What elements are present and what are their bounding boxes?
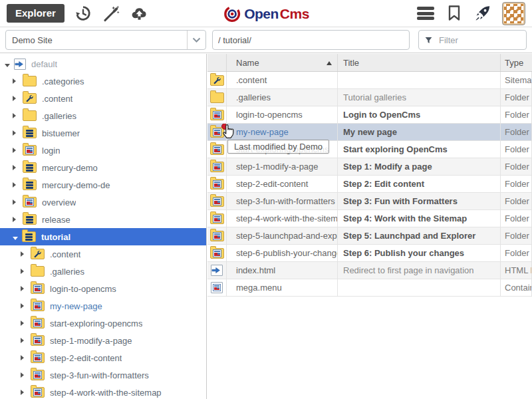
name-cell: login-to-opencms bbox=[227, 106, 338, 123]
user-avatar-button[interactable] bbox=[502, 2, 525, 25]
tree-item-release[interactable]: release bbox=[0, 211, 206, 228]
expand-arrow-icon[interactable] bbox=[13, 165, 19, 170]
opencms-eye-icon bbox=[223, 4, 243, 24]
folder-tree: default.categories.content.galleriesbist… bbox=[0, 55, 206, 399]
table-row-step-6-publish-your-changes[interactable]: step-6-publish-your-changesStep 6: Publi… bbox=[207, 245, 532, 262]
site-select[interactable]: Demo Site bbox=[5, 30, 206, 50]
tree-item-label: mercury-demo bbox=[42, 163, 98, 173]
expand-arrow-icon[interactable] bbox=[13, 182, 19, 188]
title-cell-text: Step 1: Modify a page bbox=[343, 162, 432, 172]
title-cell-text: Step 6: Publish your changes bbox=[343, 248, 464, 258]
explorer-button[interactable]: Explorer bbox=[7, 4, 65, 23]
table-row-step-5-launchpad-and-explorer[interactable]: step-5-launchpad-and-explorerStep 5: Lau… bbox=[207, 227, 532, 245]
tree-item-label: step-4-work-with-the-sitemap bbox=[50, 388, 162, 398]
tree-item-overview[interactable]: overview bbox=[0, 194, 206, 211]
tree-item-step-1-modify-a-page[interactable]: step-1-modify-a-page bbox=[0, 332, 206, 349]
collapse-arrow-icon[interactable] bbox=[13, 237, 18, 240]
name-cell: step-4-work-with-the-sitemap bbox=[227, 210, 338, 227]
tree-item-bistuemer[interactable]: bistuemer bbox=[0, 124, 206, 142]
tree-item-start-exploring-opencms[interactable]: start-exploring-opencms bbox=[0, 315, 206, 332]
type-cell: Folder bbox=[501, 210, 532, 227]
table-row-step-1-modify-a-page[interactable]: step-1-modify-a-pageStep 1: Modify a pag… bbox=[207, 158, 532, 176]
tree-item-login[interactable]: login bbox=[0, 142, 206, 159]
tree-item-step-3-fun-with-formatters[interactable]: step-3-fun-with-formatters bbox=[0, 366, 206, 384]
tree-item-dot-categories[interactable]: .categories bbox=[0, 72, 206, 90]
tree-item-dot-content[interactable]: .content bbox=[0, 245, 206, 263]
folder-page-icon bbox=[210, 179, 224, 190]
tree-item-dot-galleries[interactable]: .galleries bbox=[0, 263, 206, 280]
tree-item-mercury-demo-de[interactable]: mercury-demo-de bbox=[0, 176, 206, 194]
table-row-dot-content[interactable]: .contentSitemap config bbox=[207, 72, 532, 89]
table-row-index.html[interactable]: index.htmlRedirect to first page in navi… bbox=[207, 262, 532, 279]
expand-arrow-icon[interactable] bbox=[13, 148, 19, 153]
filter-funnel-icon bbox=[424, 36, 433, 45]
expand-arrow-icon[interactable] bbox=[21, 286, 27, 291]
table-row-dot-galleries[interactable]: .galleriesTutorial galleriesFolder bbox=[207, 89, 532, 106]
type-cell-text: Folder bbox=[505, 162, 529, 172]
table-row-step-4-work-with-the-sitemap[interactable]: step-4-work-with-the-sitemapStep 4: Work… bbox=[207, 210, 532, 227]
upload-icon[interactable] bbox=[130, 5, 148, 23]
expand-arrow-icon[interactable] bbox=[13, 113, 19, 118]
expand-arrow-icon[interactable] bbox=[13, 78, 19, 84]
tree-item-tutorial[interactable]: tutorial bbox=[0, 228, 206, 245]
table-body: .contentSitemap config.galleriesTutorial… bbox=[207, 72, 532, 297]
type-cell: Folder bbox=[501, 176, 532, 192]
expand-arrow-icon[interactable] bbox=[13, 96, 19, 101]
table-row-step-2-edit-content[interactable]: step-2-edit-contentStep 2: Edit contentF… bbox=[207, 176, 532, 193]
resource-icon-cell bbox=[207, 227, 227, 244]
title-cell-text: Step 3: Fun with Formatters bbox=[343, 196, 458, 206]
redirect-icon bbox=[211, 265, 223, 276]
chevron-down-icon[interactable] bbox=[187, 31, 205, 49]
expand-arrow-icon[interactable] bbox=[13, 200, 19, 205]
title-cell: Start exploring OpenCms bbox=[338, 141, 501, 158]
type-cell-text: Folder bbox=[505, 196, 529, 206]
collapse-arrow-icon[interactable] bbox=[5, 64, 10, 67]
tree-item-my-new-page[interactable]: my-new-page bbox=[0, 297, 206, 315]
expand-arrow-icon[interactable] bbox=[21, 251, 27, 257]
type-cell: Sitemap config bbox=[501, 72, 532, 88]
type-cell-text: HTML Redirect bbox=[505, 265, 532, 275]
title-cell: My new page bbox=[338, 124, 501, 140]
tree-item-mercury-demo[interactable]: mercury-demo bbox=[0, 159, 206, 176]
tree-item-login-to-opencms[interactable]: login-to-opencms bbox=[0, 280, 206, 297]
tree-item-default[interactable]: default bbox=[0, 55, 206, 72]
tree-item-label: step-1-modify-a-page bbox=[50, 336, 132, 346]
tree-item-dot-content[interactable]: .content bbox=[0, 90, 206, 107]
history-icon[interactable] bbox=[74, 5, 92, 23]
tree-item-dot-galleries[interactable]: .galleries bbox=[0, 107, 206, 124]
header-title-column[interactable]: Title bbox=[338, 54, 501, 71]
expand-arrow-icon[interactable] bbox=[13, 217, 19, 222]
site-icon bbox=[14, 59, 26, 70]
tree-item-label: .galleries bbox=[50, 267, 84, 277]
table-header: Name Title Type bbox=[207, 54, 532, 72]
path-input[interactable] bbox=[212, 30, 410, 50]
wand-icon[interactable] bbox=[102, 5, 120, 23]
table-row-step-3-fun-with-formatters[interactable]: step-3-fun-with-formattersStep 3: Fun wi… bbox=[207, 193, 532, 210]
launchpad-icon[interactable] bbox=[473, 5, 491, 23]
expand-arrow-icon[interactable] bbox=[21, 321, 27, 326]
expand-arrow-icon[interactable] bbox=[21, 372, 27, 378]
type-cell: HTML Redirect bbox=[501, 262, 532, 279]
expand-arrow-icon[interactable] bbox=[21, 269, 27, 274]
table-row-login-to-opencms[interactable]: login-to-opencmsLogin to OpenCmsFolder bbox=[207, 106, 532, 124]
table-row-my-new-page[interactable]: my-new-pageMy new pageFolder bbox=[207, 124, 532, 141]
tree-item-step-4-work-with-the-sitemap[interactable]: step-4-work-with-the-sitemap bbox=[0, 384, 206, 399]
resource-icon-cell bbox=[207, 89, 227, 106]
folder-icon bbox=[31, 266, 45, 277]
expand-arrow-icon[interactable] bbox=[21, 355, 27, 360]
expand-arrow-icon[interactable] bbox=[13, 130, 19, 136]
filter-input[interactable] bbox=[438, 35, 507, 46]
resource-icon-cell bbox=[207, 141, 227, 158]
table-row-mega.menu[interactable]: mega.menuContainer page bbox=[207, 279, 532, 297]
header-type-column[interactable]: Type bbox=[501, 54, 532, 71]
expand-arrow-icon[interactable] bbox=[21, 338, 27, 343]
expand-arrow-icon[interactable] bbox=[21, 303, 27, 309]
tree-item-step-2-edit-content[interactable]: step-2-edit-content bbox=[0, 349, 206, 366]
logo-text-cms: Cms bbox=[280, 6, 309, 22]
title-cell-text: Step 2: Edit content bbox=[343, 179, 424, 189]
menu-icon[interactable] bbox=[417, 7, 434, 20]
expand-arrow-icon[interactable] bbox=[21, 390, 27, 395]
tree-item-label: tutorial bbox=[41, 232, 70, 242]
bookmark-icon[interactable] bbox=[445, 5, 463, 23]
header-name-column[interactable]: Name bbox=[227, 54, 338, 71]
